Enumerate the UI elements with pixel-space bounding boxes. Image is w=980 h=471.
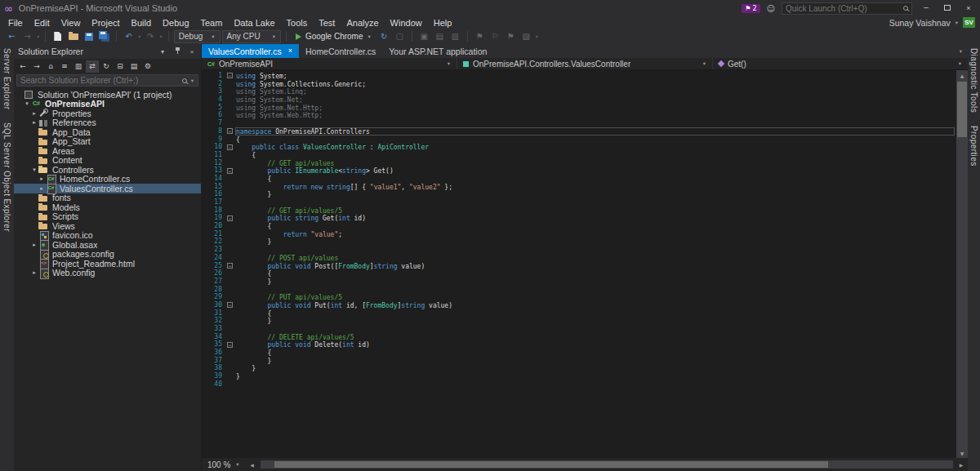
signed-in-user-name[interactable]: Sunay Vaishnav: [889, 18, 951, 28]
quick-launch-input[interactable]: [786, 4, 900, 13]
close-panel-icon[interactable]: ×: [187, 48, 197, 56]
tree-item-references[interactable]: ▸References: [14, 118, 201, 128]
vertical-scroll-thumb[interactable]: [957, 82, 967, 137]
run-target-chevron-icon[interactable]: ▾: [368, 33, 372, 40]
menu-item-project[interactable]: Project: [86, 18, 125, 28]
code-line-32[interactable]: 32 }: [202, 317, 956, 325]
tool-window-tab-properties[interactable]: Properties: [969, 126, 978, 167]
tab-valuescontroller-cs[interactable]: ValuesController.cs×: [202, 44, 299, 58]
tree-item-app-data[interactable]: App_Data: [14, 127, 201, 137]
vertical-scroll-track[interactable]: [956, 80, 968, 448]
properties-icon[interactable]: ⚙: [141, 60, 154, 73]
code-line-9[interactable]: 9{: [202, 136, 956, 144]
find-in-files-icon[interactable]: ▣: [417, 30, 431, 43]
uncomment-lines-icon[interactable]: ▥: [448, 30, 462, 43]
code-line-22[interactable]: 22 }: [202, 238, 956, 246]
code-line-40[interactable]: 40: [202, 380, 956, 389]
close-tab-icon[interactable]: ×: [288, 47, 292, 55]
redo-icon[interactable]: ↷: [144, 30, 158, 43]
code-line-14[interactable]: 14 {: [202, 175, 956, 183]
code-line-15[interactable]: 15 return new string[] { "value1", "valu…: [202, 183, 956, 191]
navigation-history-chevron-icon[interactable]: ▾: [36, 33, 40, 40]
menu-item-file[interactable]: File: [2, 18, 29, 28]
code-line-2[interactable]: 2using System.Collections.Generic;: [202, 80, 956, 88]
code-area[interactable]: 1−using System;2using System.Collections…: [202, 70, 956, 458]
expand-arrow-icon[interactable]: ▸: [38, 185, 46, 192]
code-line-30[interactable]: 30− public void Put(int id, [FromBody]st…: [202, 301, 956, 309]
previous-bookmark-icon[interactable]: ⚐: [488, 30, 502, 43]
user-menu-chevron-icon[interactable]: ▾: [955, 20, 959, 26]
menu-item-debug[interactable]: Debug: [157, 18, 194, 28]
new-file-icon[interactable]: [51, 30, 65, 43]
fold-toggle-icon[interactable]: −: [227, 168, 233, 174]
back-icon[interactable]: ←: [16, 60, 29, 73]
code-line-28[interactable]: 28: [202, 286, 956, 294]
scroll-up-icon[interactable]: ▲: [956, 70, 968, 80]
code-line-12[interactable]: 12 // GET api/values: [202, 159, 956, 167]
code-line-36[interactable]: 36 {: [202, 349, 956, 357]
tab-your-asp-net-application[interactable]: Your ASP.NET application: [382, 44, 493, 58]
tool-window-tab-diagnostic-tools[interactable]: Diagnostic Tools: [969, 48, 978, 113]
tool-window-tab-server-explorer[interactable]: Server Explorer: [2, 48, 11, 109]
refresh-icon[interactable]: ↻: [100, 60, 113, 73]
tree-item-global-asax[interactable]: ▸Global.asax: [14, 240, 201, 250]
menu-item-window[interactable]: Window: [385, 18, 428, 28]
tree-item-web-config[interactable]: ▸Web.config: [14, 269, 201, 278]
home-icon[interactable]: ⌂: [44, 60, 57, 73]
next-bookmark-icon[interactable]: ⚑: [504, 30, 518, 43]
tree-item-packages-config[interactable]: packages.config: [14, 250, 201, 260]
solution-platform-combo[interactable]: Any CPU ▾: [222, 30, 281, 43]
refresh-browser-icon[interactable]: ↻: [377, 30, 391, 43]
tree-item-homecontroller-cs[interactable]: ▸HomeController.cs: [14, 175, 201, 184]
tree-item-models[interactable]: Models: [14, 202, 201, 212]
code-line-13[interactable]: 13− public IEnumerable<string> Get(): [202, 167, 956, 175]
comment-lines-icon[interactable]: ▤: [433, 30, 447, 43]
code-line-7[interactable]: 7: [202, 119, 956, 127]
code-line-33[interactable]: 33: [202, 325, 956, 333]
code-line-1[interactable]: 1−using System;: [202, 72, 956, 80]
fold-toggle-icon[interactable]: −: [227, 302, 233, 308]
tree-item-valuescontroller-cs[interactable]: ▸ValuesController.cs: [14, 184, 201, 193]
tree-item-onpremiseapi[interactable]: ▾OnPremiseAPI: [14, 100, 201, 109]
fold-toggle-icon[interactable]: −: [227, 128, 233, 134]
notifications-flag-icon[interactable]: ⚑ 2: [742, 4, 760, 13]
save-all-icon[interactable]: [97, 30, 111, 43]
code-line-29[interactable]: 29 // PUT api/values/5: [202, 293, 956, 301]
code-line-37[interactable]: 37 }: [202, 357, 956, 365]
code-line-24[interactable]: 24 // POST api/values: [202, 254, 956, 262]
fold-toggle-icon[interactable]: −: [227, 73, 233, 78]
show-all-files-icon[interactable]: ▤: [127, 60, 140, 73]
tree-item-views[interactable]: Views: [14, 221, 201, 231]
menu-item-analyze[interactable]: Analyze: [341, 18, 384, 28]
expand-arrow-icon[interactable]: ▸: [30, 119, 38, 126]
undo-chevron-icon[interactable]: ▾: [137, 33, 141, 40]
code-line-18[interactable]: 18 // GET api/values/5: [202, 207, 956, 215]
menu-item-team[interactable]: Team: [195, 18, 229, 28]
open-file-icon[interactable]: [66, 30, 80, 43]
collapse-all-icon[interactable]: ⊟: [114, 60, 127, 73]
menu-item-help[interactable]: Help: [428, 18, 458, 28]
collapse-arrow-icon[interactable]: ▾: [23, 100, 31, 107]
menu-item-data-lake[interactable]: Data Lake: [228, 18, 280, 28]
code-line-20[interactable]: 20 {: [202, 222, 956, 230]
document-list-chevron-icon[interactable]: ▾: [959, 48, 963, 55]
code-line-21[interactable]: 21 return "value";: [202, 230, 956, 238]
code-line-35[interactable]: 35− public void Delete(int id): [202, 340, 956, 349]
solution-search-input[interactable]: [20, 76, 179, 85]
code-line-31[interactable]: 31 {: [202, 309, 956, 318]
code-line-38[interactable]: 38 }: [202, 364, 956, 372]
code-line-34[interactable]: 34 // DELETE api/values/5: [202, 333, 956, 341]
tree-item-project-readme-html[interactable]: Project_Readme.html: [14, 259, 201, 269]
zoom-combo[interactable]: 100 % ▾: [203, 460, 244, 469]
code-line-26[interactable]: 26 {: [202, 269, 956, 278]
menu-item-tools[interactable]: Tools: [281, 18, 314, 28]
menu-item-build[interactable]: Build: [126, 18, 157, 28]
code-line-4[interactable]: 4using System.Net;: [202, 96, 956, 104]
start-debugging-button[interactable]: Google Chrome ▾: [292, 30, 376, 43]
fold-toggle-icon[interactable]: −: [227, 216, 233, 221]
tree-item-scripts[interactable]: Scripts: [14, 212, 201, 222]
tree-item-content[interactable]: Content: [14, 156, 201, 166]
scroll-down-icon[interactable]: ▼: [956, 448, 968, 458]
filter-icon[interactable]: ≡: [58, 60, 71, 73]
browser-window-icon[interactable]: ▢: [393, 30, 407, 43]
